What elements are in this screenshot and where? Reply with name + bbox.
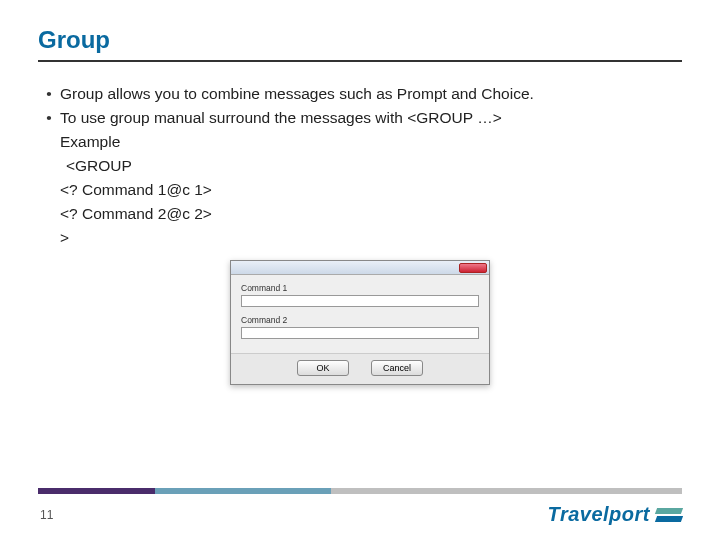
- ok-button[interactable]: OK: [297, 360, 349, 376]
- dialog-titlebar: [231, 261, 489, 275]
- close-icon[interactable]: [459, 263, 487, 273]
- command-2-input[interactable]: [241, 327, 479, 339]
- bullet-1: Group allows you to combine messages suc…: [60, 82, 682, 106]
- bullet-dot: •: [38, 82, 60, 106]
- slide-title: Group: [38, 26, 682, 62]
- page-number: 11: [40, 508, 53, 522]
- field-label-2: Command 2: [241, 315, 479, 325]
- cancel-button[interactable]: Cancel: [371, 360, 423, 376]
- footer-divider: [38, 488, 682, 494]
- bullet-2: To use group manual surround the message…: [60, 106, 682, 130]
- command-1-input[interactable]: [241, 295, 479, 307]
- brand-mark-icon: [656, 508, 682, 522]
- code-line-2: <? Command 1@c 1>: [38, 178, 682, 202]
- example-label: Example: [38, 130, 682, 154]
- code-line-4: >: [38, 226, 682, 250]
- code-line-3: <? Command 2@c 2>: [38, 202, 682, 226]
- code-line-1: <GROUP: [38, 154, 682, 178]
- field-label-1: Command 1: [241, 283, 479, 293]
- brand-name: Travelport: [548, 503, 650, 526]
- bullet-list: • Group allows you to combine messages s…: [38, 82, 682, 250]
- bullet-dot: •: [38, 106, 60, 130]
- example-dialog: Command 1 Command 2 OK Cancel: [230, 260, 490, 385]
- brand-logo: Travelport: [548, 503, 682, 526]
